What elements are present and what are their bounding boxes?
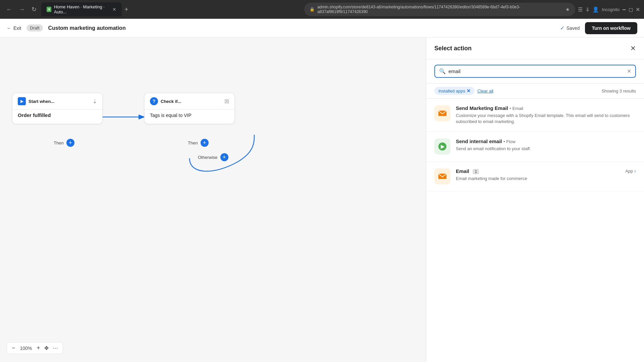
zoom-in-button[interactable]: +: [35, 345, 42, 352]
tab-favicon: H: [47, 7, 51, 12]
more-options-icon[interactable]: ⋯: [51, 345, 59, 351]
action-desc-send-internal-email: Send an email notification to your staff…: [456, 146, 636, 152]
zoom-controls: − 100% + ✥ ⋯: [7, 342, 63, 354]
svg-text:▶: ▶: [441, 144, 445, 149]
start-node-header: ▶ Start when... ⇣: [12, 93, 102, 109]
add-after-start-button[interactable]: +: [66, 139, 74, 147]
profile-icon[interactable]: 👤: [592, 6, 599, 13]
new-tab-button[interactable]: +: [123, 4, 130, 15]
filter-tag-remove-icon[interactable]: ✕: [467, 88, 471, 94]
exit-label: Exit: [13, 25, 21, 31]
check-node-header-left: ? Check if...: [150, 97, 181, 105]
action-info-email-app: Email 1 Email marketing made for commerc…: [456, 168, 620, 182]
tab-label: Home Haven · Marketing · Auto...: [54, 4, 110, 14]
incognito-label: Incognito: [602, 7, 620, 12]
turn-on-workflow-button[interactable]: Turn on workflow: [585, 22, 637, 34]
start-node-icon: ▶: [18, 97, 26, 105]
minimize-icon[interactable]: ‒: [622, 6, 626, 13]
then-label-1: Then +: [54, 139, 74, 147]
start-node-header-left: ▶ Start when...: [18, 97, 54, 105]
maximize-icon[interactable]: ◻: [629, 6, 633, 13]
close-window-icon[interactable]: ✕: [636, 6, 640, 13]
start-node-action-icon[interactable]: ⇣: [93, 98, 97, 105]
saved-check-icon: ✓: [560, 25, 565, 31]
action-app-label[interactable]: App ›: [625, 168, 636, 174]
start-node-body: Order fulfilled: [12, 112, 102, 124]
check-node-header: ? Check if... ☒: [145, 93, 234, 109]
start-node-divider: [12, 109, 102, 110]
search-clear-button[interactable]: ✕: [627, 68, 631, 74]
zoom-out-button[interactable]: −: [10, 345, 17, 352]
start-node[interactable]: ▶ Start when... ⇣ Order fulfilled: [12, 93, 103, 124]
flow-icon-svg: ▶: [437, 141, 447, 152]
then-text-1: Then: [54, 140, 64, 145]
workflow-title: Custom marketing automation: [48, 25, 126, 31]
main-content: ▶ Start when... ⇣ Order fulfilled Then +…: [0, 38, 644, 362]
exit-button[interactable]: ← Exit: [7, 25, 21, 31]
app-arrow-icon: ›: [634, 168, 636, 174]
add-otherwise-button[interactable]: +: [220, 153, 228, 161]
action-info-send-marketing-email: Send Marketing Email • Email Customize y…: [456, 105, 636, 125]
search-input[interactable]: [448, 68, 624, 74]
saved-status: ✓ Saved: [560, 25, 580, 31]
action-name-send-internal-email: Send internal email • Flow: [456, 138, 636, 144]
action-info-send-internal-email: Send internal email • Flow Send an email…: [456, 138, 636, 152]
app-email-icon-svg: [437, 171, 447, 181]
fit-screen-icon[interactable]: ✥: [43, 345, 50, 351]
panel-close-button[interactable]: ✕: [630, 44, 636, 52]
panel-header: Select action ✕: [426, 38, 644, 59]
zoom-percentage: 100%: [18, 346, 34, 351]
check-node-title: Check if...: [161, 99, 181, 104]
search-input-wrapper: 🔍 ✕: [434, 65, 636, 78]
check-node-icon: ?: [150, 97, 158, 105]
check-node-content: Tags is equal to VIP: [150, 113, 192, 118]
star-icon[interactable]: ★: [566, 7, 570, 12]
action-item-email-app[interactable]: Email 1 Email marketing made for commerc…: [426, 162, 644, 191]
nav-controls: ← → ↻: [4, 4, 39, 14]
tab-close-button[interactable]: ✕: [112, 7, 116, 12]
action-name-send-marketing-email: Send Marketing Email • Email: [456, 105, 636, 111]
forward-button[interactable]: →: [17, 5, 27, 14]
address-bar[interactable]: 🔒 admin.shopify.com/store/de8143-a6/mark…: [304, 3, 575, 16]
download-icon[interactable]: ⇓: [585, 6, 590, 13]
action-item-send-internal-email[interactable]: ▶ Send internal email • Flow Send an ema…: [426, 132, 644, 162]
filter-tags: Installed apps ✕ Clear all: [434, 87, 493, 95]
saved-label: Saved: [567, 25, 580, 31]
top-nav: ← Exit Draft Custom marketing automation…: [0, 19, 644, 38]
app-label-text: App: [625, 169, 633, 174]
filter-tag-label: Installed apps: [438, 88, 465, 94]
action-desc-email-app: Email marketing made for commerce: [456, 176, 620, 182]
check-node-divider: [145, 109, 234, 110]
exit-arrow-icon: ←: [7, 25, 11, 31]
lock-icon: 🔒: [310, 7, 315, 12]
panel-title: Select action: [434, 45, 472, 52]
action-icon-flow: ▶: [434, 138, 450, 155]
action-name-email-app: Email 1: [456, 168, 620, 174]
browser-actions: ☰ ⇓ 👤 Incognito ‒ ◻ ✕: [578, 6, 640, 13]
workflow-canvas[interactable]: ▶ Start when... ⇣ Order fulfilled Then +…: [0, 38, 262, 362]
browser-tab-active[interactable]: H Home Haven · Marketing · Auto... ✕: [41, 2, 122, 16]
clear-all-button[interactable]: Clear all: [477, 88, 493, 94]
then-label-2: Then +: [188, 139, 209, 147]
refresh-button[interactable]: ↻: [30, 4, 39, 14]
action-item-send-marketing-email[interactable]: Send Marketing Email • Email Customize y…: [426, 99, 644, 132]
extension-icon[interactable]: ☰: [578, 6, 583, 13]
then-text-2: Then: [188, 140, 198, 145]
check-node-action-icon[interactable]: ☒: [224, 98, 229, 105]
results-count: Showing 3 results: [601, 88, 636, 94]
email-icon-svg: [437, 108, 447, 118]
add-after-check-button[interactable]: +: [201, 139, 209, 147]
filter-row: Installed apps ✕ Clear all Showing 3 res…: [426, 83, 644, 99]
start-node-title: Start when...: [29, 99, 54, 104]
browser-chrome: ← → ↻ H Home Haven · Marketing · Auto...…: [0, 0, 644, 19]
actions-list: Send Marketing Email • Email Customize y…: [426, 99, 644, 362]
check-node[interactable]: ? Check if... ☒ Tags is equal to VIP: [144, 93, 235, 124]
back-button[interactable]: ←: [4, 5, 14, 14]
otherwise-text: Otherwise: [198, 155, 218, 160]
action-desc-send-marketing-email: Customize your message with a Shopify Em…: [456, 113, 636, 125]
draft-badge: Draft: [26, 24, 43, 32]
installed-apps-filter-tag[interactable]: Installed apps ✕: [434, 87, 475, 95]
email-app-badge: 1: [473, 169, 479, 174]
start-node-content: Order fulfilled: [18, 112, 51, 118]
check-node-body: Tags is equal to VIP: [145, 112, 234, 124]
